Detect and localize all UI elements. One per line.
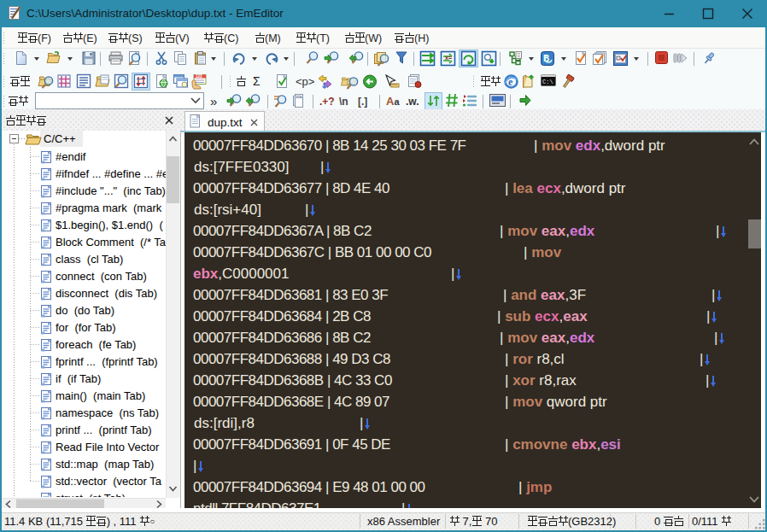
svg-text:e: e [508,76,513,88]
svg-text:123: 123 [196,74,202,79]
svg-text:C:\: C:\ [542,79,553,85]
svg-text:x=: x= [445,55,452,61]
